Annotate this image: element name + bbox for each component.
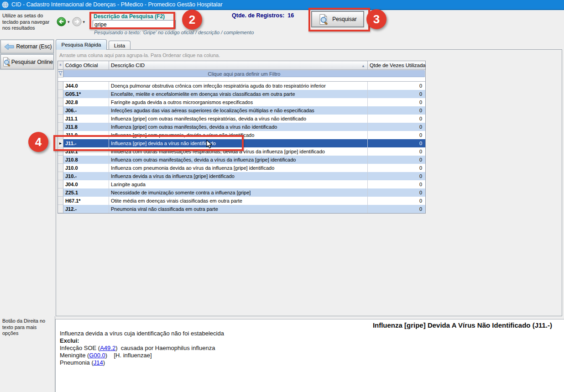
cell-descricao: Infecções agudas das vias aéreas superio…	[109, 106, 368, 115]
cell-descricao: Influenza devida a vírus da influenza [g…	[109, 172, 368, 180]
grid-corner-icon[interactable]: ✳	[58, 61, 63, 69]
nav-buttons: ▾ ▾	[57, 17, 86, 26]
filter-hint[interactable]: Clique aqui para definir um Filtro	[63, 70, 425, 77]
table-row[interactable]: J04.0Laringite aguda0	[58, 180, 425, 188]
table-row[interactable]: Z25.1Necessidade de imunização somente c…	[58, 188, 425, 197]
cell-codigo: J10.8	[63, 156, 109, 164]
cell-qtde: 0	[368, 131, 425, 139]
row-indicator	[58, 164, 63, 172]
detail-body: Influenza devida a vírus cuja identifica…	[60, 330, 224, 366]
column-header-codigo[interactable]: Código Oficial	[63, 61, 109, 69]
column-header-qtde[interactable]: Qtde de Vezes Utilizada	[368, 61, 425, 69]
sidebar-hint-bottom: Botão da Direita no texto para mais opçõ…	[2, 318, 53, 337]
table-row[interactable]: J11.1Influenza [gripe] com outras manife…	[58, 115, 425, 123]
cell-descricao: Otite média em doenças virais classifica…	[109, 197, 368, 205]
cell-codigo: J10.0	[63, 164, 109, 172]
detail-description: Influenza devida a vírus cuja identifica…	[60, 330, 224, 337]
row-indicator	[58, 197, 63, 205]
back-arrow-icon	[4, 43, 15, 50]
nav-back-button[interactable]	[57, 17, 66, 26]
exclusion-prefix: Pneumonia (	[60, 359, 94, 366]
search-online-label: Pesquisar Online	[11, 59, 53, 65]
exclusion-line: Meningite (G00.0) [H. influenzae]	[60, 352, 224, 359]
exclusion-suffix: )	[103, 359, 105, 366]
table-row[interactable]: J11.8Influenza [gripe] com outras manife…	[58, 123, 425, 131]
search-document-icon	[2, 57, 11, 67]
cell-codigo: J11.8	[63, 123, 109, 131]
cell-qtde: 0	[368, 90, 425, 98]
table-row[interactable]: J10.0Influenza com pneumonia devida ao v…	[58, 164, 425, 172]
grid-group-hint: Arraste uma coluna aqui para agrupa-la. …	[59, 52, 220, 58]
cell-qtde: 0	[368, 106, 425, 115]
cell-qtde: 0	[368, 180, 425, 188]
row-indicator	[58, 188, 63, 197]
table-row[interactable]: G05.1*Encefalite, mielite e encefalomiel…	[58, 90, 425, 98]
detail-exclusions: Infecção SOE (A49.2) causada por Haemoph…	[60, 345, 224, 366]
cell-qtde: 0	[368, 98, 425, 106]
tab-lista[interactable]: Lista	[109, 41, 131, 50]
filter-funnel-icon	[58, 70, 63, 78]
return-button[interactable]: Retornar (Esc)	[0, 40, 54, 53]
grid-empty-strip	[58, 78, 425, 82]
table-row[interactable]: J02.8Faringite aguda devida a outros mic…	[58, 98, 425, 106]
cell-codigo: J12.-	[63, 205, 109, 213]
row-indicator	[58, 172, 63, 180]
tab-label: Pesquisa Rápida	[62, 42, 101, 47]
cell-codigo: J10.-	[63, 172, 109, 180]
search-online-button[interactable]: Pesquisar Online	[0, 54, 54, 69]
app-icon	[2, 1, 9, 8]
row-indicator	[58, 90, 63, 98]
search-status-text: Pesquisando o texto: 'Gripe' no código o…	[94, 30, 254, 35]
cell-codigo: G05.1*	[63, 90, 109, 98]
cell-descricao: Encefalite, mielite e encefalomielite em…	[109, 90, 368, 98]
column-header-descricao[interactable]: Descrição CID ▲	[109, 61, 368, 69]
records-count: Qtde. de Registros: 16	[232, 12, 294, 19]
annotation-circle-step3: 3	[366, 9, 386, 29]
nav-forward-button[interactable]	[72, 17, 82, 26]
cell-codigo: J44.0	[63, 82, 109, 90]
exclusion-line: Infecção SOE (A49.2) causada por Haemoph…	[60, 345, 224, 352]
cell-qtde: 0	[368, 188, 425, 197]
cell-qtde: 0	[368, 115, 425, 123]
nav-forward-dropdown-icon[interactable]: ▾	[83, 20, 85, 24]
cell-codigo: J06.-	[63, 106, 109, 115]
exclusion-line: Pneumonia (J14)	[60, 359, 224, 366]
annotation-rect-step4	[53, 135, 244, 151]
table-row[interactable]: J44.0Doença pulmonar obstrutiva crônica …	[58, 82, 425, 90]
row-indicator	[58, 98, 63, 106]
cell-qtde: 0	[368, 156, 425, 164]
row-indicator	[58, 205, 63, 213]
table-row[interactable]: H67.1*Otite média em doenças virais clas…	[58, 197, 425, 205]
exclusion-suffix: ) causada por Haemophilus influenza	[115, 345, 215, 351]
table-row[interactable]: J10.8Influenza com outras manifestações,…	[58, 156, 425, 164]
table-row[interactable]: J06.-Infecções agudas das vias aéreas su…	[58, 106, 425, 115]
row-indicator	[58, 82, 63, 90]
cell-qtde: 0	[368, 123, 425, 131]
cid-link[interactable]: J14	[94, 359, 103, 366]
detail-title: Influenza [gripe] Devida A Vírus Não Ide…	[373, 321, 552, 329]
tab-pesquisa-rapida[interactable]: Pesquisa Rápida	[56, 39, 107, 50]
exclusion-suffix: ) [H. influenzae]	[105, 352, 152, 359]
table-row[interactable]: J12.-Pneumonia viral não classificada em…	[58, 205, 425, 213]
grid-filter-row[interactable]: Clique aqui para definir um Filtro	[58, 70, 425, 78]
annotation-circle-step2: 2	[182, 10, 202, 30]
cid-link[interactable]: G00.0	[89, 352, 105, 359]
annotation-rect-step3	[308, 8, 370, 31]
cell-descricao: Influenza com pneumonia devida ao vírus …	[109, 164, 368, 172]
window-title: CID - Cadastro Internacional de Doenças …	[11, 1, 223, 8]
window-titlebar: CID - Cadastro Internacional de Doenças …	[0, 0, 564, 10]
nav-back-dropdown-icon[interactable]: ▾	[68, 20, 70, 24]
annotation-circle-step4: 4	[28, 132, 48, 152]
cell-codigo: H67.1*	[63, 197, 109, 205]
sort-ascending-icon: ▲	[361, 64, 365, 68]
cell-descricao: Influenza [gripe] com outras manifestaçõ…	[109, 115, 368, 123]
table-row[interactable]: J10.-Influenza devida a vírus da influen…	[58, 172, 425, 180]
cell-codigo: J11.1	[63, 115, 109, 123]
cell-descricao: Necessidade de imunização somente contra…	[109, 188, 368, 197]
cell-qtde: 0	[368, 172, 425, 180]
cell-descricao: Influenza [gripe] com outras manifestaçõ…	[109, 123, 368, 131]
cid-link[interactable]: A49.2	[100, 345, 115, 351]
sidebar-hint-top: Utilize as setas do teclado para navegar…	[2, 13, 53, 31]
tab-label: Lista	[114, 43, 125, 48]
row-indicator	[58, 106, 63, 115]
